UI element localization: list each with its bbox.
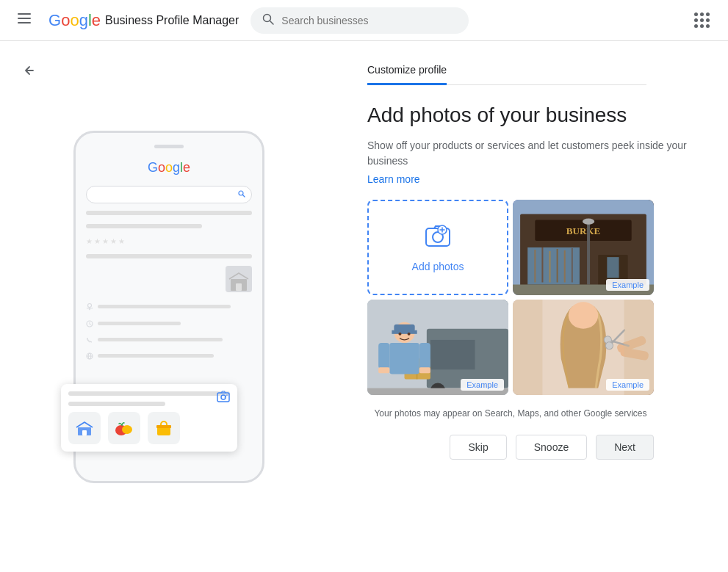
logo-area: Google Business Profile Manager bbox=[48, 11, 239, 30]
svg-point-43 bbox=[583, 218, 594, 224]
phone-loc-text bbox=[98, 305, 231, 308]
phone-card-icon-2 bbox=[108, 412, 140, 444]
svg-rect-47 bbox=[430, 339, 475, 369]
svg-rect-22 bbox=[156, 425, 171, 428]
svg-rect-2 bbox=[18, 22, 31, 23]
back-button[interactable] bbox=[22, 63, 37, 82]
next-button[interactable]: Next bbox=[596, 435, 654, 460]
phone-clock-line bbox=[86, 320, 252, 327]
svg-point-62 bbox=[408, 332, 411, 335]
phone-speaker bbox=[154, 145, 184, 148]
svg-text:BURKE: BURKE bbox=[566, 225, 601, 236]
add-camera-icon bbox=[425, 222, 451, 255]
phone-card-icon-1 bbox=[68, 412, 101, 444]
svg-point-61 bbox=[398, 332, 401, 335]
search-icon bbox=[262, 13, 274, 28]
example-badge-1: Example bbox=[606, 279, 649, 291]
app-title: Business Profile Manager bbox=[105, 14, 239, 27]
svg-line-4 bbox=[270, 21, 274, 24]
google-logo-text: Google bbox=[48, 11, 101, 30]
phone-web-text bbox=[98, 354, 214, 358]
svg-rect-70 bbox=[513, 300, 542, 395]
example-badge-2: Example bbox=[461, 379, 504, 391]
svg-rect-42 bbox=[587, 221, 590, 284]
phone-google-logo: Google bbox=[86, 160, 252, 175]
photo-example-2: Example bbox=[367, 300, 508, 395]
photo-example-3: Example bbox=[513, 300, 654, 395]
svg-rect-58 bbox=[419, 343, 430, 369]
svg-point-16 bbox=[226, 394, 228, 396]
phone-floating-card bbox=[61, 384, 237, 452]
apps-icon[interactable] bbox=[687, 6, 716, 35]
left-panel: Google ★ ★ bbox=[0, 41, 338, 572]
phone-line-2 bbox=[86, 224, 202, 228]
phone-card-camera-icon bbox=[217, 390, 230, 407]
main-content: Google ★ ★ bbox=[0, 41, 728, 572]
phone-mockup: Google ★ ★ bbox=[73, 131, 264, 483]
phone-line-1 bbox=[86, 211, 252, 215]
svg-rect-55 bbox=[392, 330, 417, 333]
tab-area: Customize profile bbox=[367, 63, 699, 85]
page-description: Show off your products or services and l… bbox=[367, 138, 699, 169]
snooze-button[interactable]: Snooze bbox=[516, 435, 587, 460]
svg-rect-0 bbox=[18, 13, 31, 15]
svg-rect-56 bbox=[389, 343, 419, 374]
action-buttons: Skip Snooze Next bbox=[367, 435, 654, 460]
svg-point-65 bbox=[569, 302, 598, 328]
add-photos-label: Add photos bbox=[412, 261, 464, 272]
learn-more-link[interactable]: Learn more bbox=[367, 173, 699, 185]
photo-example-1: BURKE bbox=[513, 200, 654, 295]
tab-customize-profile[interactable]: Customize profile bbox=[367, 64, 447, 85]
svg-rect-18 bbox=[82, 430, 87, 435]
svg-line-6 bbox=[243, 195, 245, 197]
phone-phone-line bbox=[86, 336, 252, 344]
svg-rect-59 bbox=[378, 367, 389, 373]
phone-time-text bbox=[98, 322, 181, 325]
svg-point-20 bbox=[122, 425, 132, 434]
svg-rect-60 bbox=[419, 367, 430, 373]
phone-card-line-2 bbox=[68, 402, 165, 406]
disclaimer-text: Your photos may appear on Search, Maps, … bbox=[367, 407, 654, 420]
phone-content: Google ★ ★ bbox=[83, 157, 255, 364]
right-panel: Customize profile Add photos of your bus… bbox=[338, 41, 728, 572]
phone-search-icon bbox=[238, 190, 245, 199]
phone-search-bar bbox=[86, 186, 252, 203]
example-badge-3: Example bbox=[606, 379, 649, 391]
header: Google Business Profile Manager bbox=[0, 0, 728, 41]
skip-button[interactable]: Skip bbox=[450, 435, 506, 460]
phone-line-3 bbox=[86, 254, 252, 258]
search-bar[interactable] bbox=[251, 7, 469, 34]
photo-grid: Add photos BURKE bbox=[367, 200, 654, 395]
svg-point-9 bbox=[88, 303, 92, 307]
search-input[interactable] bbox=[281, 15, 457, 26]
svg-rect-35 bbox=[607, 257, 619, 278]
phone-location-line bbox=[86, 303, 252, 311]
phone-card-icon-3 bbox=[148, 412, 180, 444]
phone-card-line-1 bbox=[68, 391, 230, 396]
phone-stars: ★ ★ ★ ★ ★ bbox=[86, 237, 252, 245]
svg-rect-8 bbox=[236, 283, 242, 291]
menu-icon[interactable] bbox=[12, 6, 37, 35]
phone-web-line bbox=[86, 352, 252, 360]
svg-rect-57 bbox=[378, 343, 389, 369]
phone-phone-text bbox=[98, 338, 223, 341]
page-heading: Add photos of your business bbox=[367, 103, 699, 128]
phone-card-icons bbox=[68, 412, 230, 444]
add-photos-button[interactable]: Add photos bbox=[367, 200, 508, 295]
svg-rect-1 bbox=[18, 18, 31, 19]
svg-rect-14 bbox=[217, 393, 229, 402]
